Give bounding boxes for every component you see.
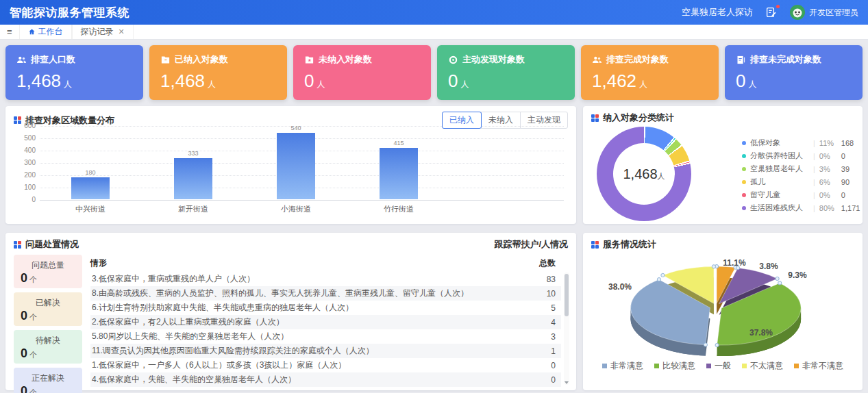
service-pie-chart: 3.8%9.3%37.8%38.0%11.1% [588,252,857,359]
region-panel-title: 排查对象区域数量分布 [25,114,114,127]
pie-legend-marker [602,364,607,368]
row-count: 3 [520,329,561,344]
legend-count: 168 [841,139,854,147]
pie-edge-marker [704,343,707,346]
stat-card-label: 排查完成对象数 [606,53,669,66]
pie-edge-marker [657,278,660,281]
clipboard-edit-icon [765,6,778,18]
user-menu[interactable]: 开发区管理员 [790,5,858,20]
category-stats-panel: 纳入对象分类统计 1,468人 低保对象 | 11% 168 分散供养特困人 |… [583,106,863,224]
pie-edge-marker [778,281,782,285]
summary-value: 0 个 [21,271,37,285]
issues-summary: 问题总量 0 个 已解决 0 个 待解决 0 个 正在解决 0 个 [14,255,82,386]
summary-value: 0 个 [21,309,37,322]
table-row: 11.调查员认为因其他原因面临重大风险需持续跟踪关注的家庭或个人（人次） 1 [90,344,561,358]
legend-item: 孤儿 | 6% 90 [742,175,860,188]
row-count: 83 [520,272,561,286]
table-row: 6.计划生育特别扶助家庭中失能、半失能或患重病的独居老年人（人次） 5 [90,301,561,315]
stat-card-value: 0人 [736,72,852,90]
close-icon[interactable]: ✕ [119,27,125,36]
stat-card-1: 已纳入对象数 1,468人 [149,45,287,100]
region-distribution-panel: 排查对象区域数量分布 已纳入未纳入主动发现 010020030040050060… [5,106,576,224]
filter-0[interactable]: 已纳入 [442,112,482,129]
legend-label: 分散供养特困人 [750,151,813,161]
pie-legend-label: 一般 [715,360,731,372]
row-situation: 11.调查员认为因其他原因面临重大风险需持续跟踪关注的家庭或个人（人次） [90,344,520,358]
pie-edge-marker [661,273,665,277]
donut-center-value: 1,468人 [623,166,665,182]
pie-edge-marker [715,343,719,346]
x-axis-label: 中兴街道 [39,204,142,214]
y-tick-label: 200 [12,171,36,179]
legend-item: 空巢独居老年人 | 3% 39 [742,162,860,175]
tab-label: 工作台 [38,26,63,38]
tab-1[interactable]: 探访记录 ✕ [72,25,134,39]
scrollbar-thumb[interactable] [565,274,569,316]
category-panel-title: 纳入对象分类统计 [603,112,674,124]
pie-legend-item: 非常满意 [602,360,643,372]
stat-card-4: 排查完成对象数 1,462人 [581,45,719,100]
row-count: 5 [520,301,561,315]
bar-value: 333 [174,150,212,157]
bar-value: 540 [277,125,315,131]
summary-value: 0 个 [21,384,37,393]
panel-grid-icon [591,114,599,122]
y-tick-label: 300 [12,159,36,166]
row-situation: 6.计划生育特别扶助家庭中失能、半失能或患重病的独居老年人（人次） [90,301,520,315]
tab-label: 探访记录 [81,26,114,38]
legend-label: 生活困难残疾人 [750,203,813,213]
bar-竹行街道 [380,148,418,199]
table-row: 3.低保家庭中，重病或重残的单人户（人次） 83 [90,272,561,286]
stat-card-value: 0人 [448,72,564,90]
people-icon [16,55,27,65]
stat-cards: 排查人口数 1,468人 已纳入对象数 1,468人 未纳入对象数 0人 主动发… [5,45,863,100]
legend-count: 0 [841,152,845,160]
tab-0[interactable]: 工作台 [19,25,72,39]
doc-excluded-icon [304,55,314,65]
row-situation: 2.低保家庭中，有2人以上重病或重残的家庭（人次） [90,315,520,329]
x-axis-label: 小海街道 [245,204,347,214]
stat-card-5: 排查未完成对象数 0人 [725,45,863,100]
notification-button[interactable] [765,6,778,18]
legend-percent: 6% [819,178,841,186]
panel-grid-icon [591,241,599,249]
collapse-menu-icon[interactable]: ≡ [0,25,19,39]
table-row: 4.低保家庭中，失能、半失能的空巢独居老年人（人次） 0 [90,372,561,387]
service-panel-title: 服务情况统计 [603,238,656,251]
legend-dot [742,193,746,197]
user-name: 开发区管理员 [809,7,858,18]
bar-新开街道 [174,158,212,199]
stat-card-label: 排查未完成对象数 [750,53,821,66]
stat-card-value: 1,468人 [16,72,132,90]
row-situation: 3.低保家庭中，重病或重残的单人户（人次） [90,272,520,286]
bar-value: 180 [71,169,110,176]
region-bar-chart: 0100200300400500600180中兴街道333新开街道540小海街道… [40,126,564,200]
pie-legend-marker [706,364,711,368]
y-tick-label: 0 [12,196,36,203]
legend-count: 90 [841,178,850,186]
y-tick-label: 400 [12,147,36,154]
report-icon [736,55,746,65]
notification-badge [776,5,780,8]
scrollbar-down-arrow[interactable] [565,381,569,384]
legend-item: 低保对象 | 11% 168 [742,136,860,149]
legend-percent: 11% [819,139,841,147]
table-row: 5.80周岁以上失能、半失能的空巢独居老年人（人次） 3 [90,329,561,344]
summary-card-3: 正在解决 0 个 [14,368,82,393]
stat-card-label: 主动发现对象数 [462,53,525,66]
summary-label: 正在解决 [21,372,75,384]
y-tick-label: 600 [12,122,36,129]
y-tick-label: 500 [12,134,36,142]
pie-percent-label: 37.8% [749,328,773,338]
pie-edge-marker [776,277,779,280]
stat-card-value: 1,462人 [592,72,708,90]
issues-table: 情形 总数 3.低保家庭中，重病或重残的单人户（人次） 83 8.由高龄或残疾、… [90,255,561,387]
home-icon [28,28,36,36]
legend-label: 低保对象 [750,138,813,148]
table-scrollbar[interactable] [564,272,569,385]
table-row: 2.低保家庭中，有2人以上重病或重残的家庭（人次） 4 [90,315,561,329]
bar-小海街道 [277,133,315,199]
pie-legend: 非常满意 比较满意 一般 不太满意 非常不满意 [583,360,863,372]
legend-label: 留守儿童 [750,190,813,200]
avatar [790,5,805,20]
